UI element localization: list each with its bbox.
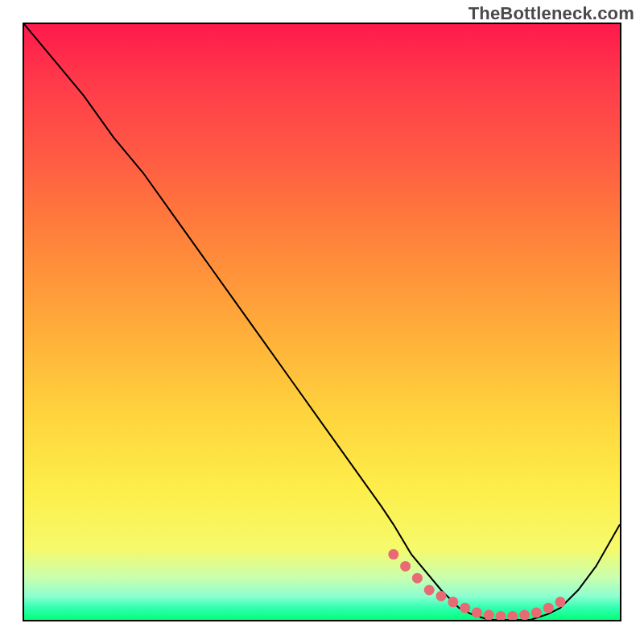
highlight-dot: [388, 549, 398, 559]
highlight-dot: [543, 603, 554, 613]
chart-svg: [24, 24, 620, 620]
highlight-dot: [448, 597, 458, 607]
highlight-dot: [400, 561, 411, 572]
highlight-dot: [531, 608, 542, 618]
highlight-dot: [412, 573, 423, 584]
highlight-dot: [436, 591, 447, 601]
curve-path: [24, 24, 620, 620]
watermark-text: TheBottleneck.com: [469, 3, 634, 24]
highlight-dot: [507, 611, 518, 620]
highlight-dot: [496, 611, 506, 620]
highlight-dot: [472, 608, 482, 618]
highlight-dot: [519, 610, 530, 620]
highlight-dot: [555, 597, 566, 607]
plot-area: [23, 23, 621, 621]
highlight-dot: [424, 585, 435, 596]
highlight-dot: [484, 610, 494, 620]
chart-frame: TheBottleneck.com: [0, 0, 644, 644]
highlight-dot: [460, 603, 470, 613]
